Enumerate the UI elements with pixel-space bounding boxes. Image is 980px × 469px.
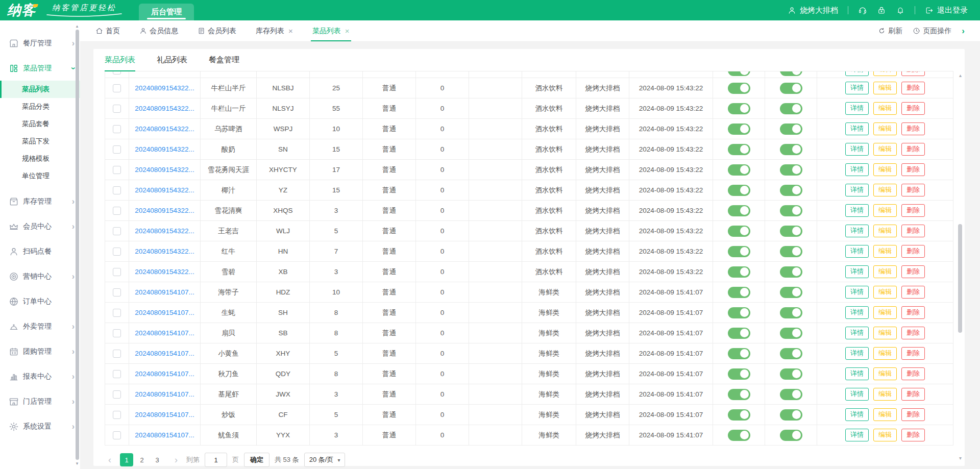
sidebar-item-dish[interactable]: 菜品管理› [0,56,80,81]
edit-button[interactable]: 编辑 [873,347,897,360]
goto-page-input[interactable] [205,453,227,467]
confirm-page-button[interactable]: 确定 [244,453,270,467]
row-id-link[interactable]: 20240809154107... [135,350,194,357]
table-scrollbar[interactable]: ▴ ▾ [957,72,964,461]
edit-button[interactable]: 编辑 [873,184,897,196]
subtab-dish-list[interactable]: 菜品列表 [105,49,135,71]
row-id-link[interactable]: 20240809154322... [135,145,194,153]
edit-button[interactable]: 编辑 [873,71,897,76]
detail-button[interactable]: 详情 [845,245,869,258]
tab-member-info[interactable]: 会员信息 [139,20,178,41]
edit-button[interactable]: 编辑 [873,367,897,380]
edit-button[interactable]: 编辑 [873,306,897,319]
row-checkbox[interactable] [113,350,121,358]
detail-button[interactable]: 详情 [845,347,869,360]
sidebar-item-takeout[interactable]: 外卖管理› [0,314,80,339]
delete-button[interactable]: 删除 [901,367,925,380]
row-toggle-visible[interactable] [780,103,802,114]
row-toggle-enabled[interactable] [728,164,750,176]
detail-button[interactable]: 详情 [845,71,869,76]
delete-button[interactable]: 删除 [901,225,925,237]
row-toggle-visible[interactable] [780,205,802,216]
delete-button[interactable]: 删除 [901,102,925,115]
row-toggle-visible[interactable] [780,83,802,94]
delete-button[interactable]: 删除 [901,163,925,176]
delete-button[interactable]: 删除 [901,204,925,217]
row-toggle-visible[interactable] [780,71,802,76]
table-scrollbar-thumb[interactable] [958,224,962,333]
row-checkbox[interactable] [113,329,121,337]
row-toggle-visible[interactable] [780,307,802,318]
close-icon[interactable]: × [288,27,293,35]
sidebar-scrollbar[interactable]: ▴ ▾ [75,23,80,466]
page-number-2[interactable]: 2 [135,453,149,466]
chevron-right-icon[interactable]: › [962,26,965,36]
detail-button[interactable]: 详情 [845,265,869,278]
detail-button[interactable]: 详情 [845,327,869,339]
row-toggle-visible[interactable] [780,409,802,421]
edit-button[interactable]: 编辑 [873,327,897,339]
row-toggle-enabled[interactable] [728,409,750,421]
row-toggle-visible[interactable] [780,368,802,380]
refresh-button[interactable]: 刷新 [878,27,902,36]
row-checkbox[interactable] [113,84,121,92]
row-toggle-enabled[interactable] [728,307,750,318]
delete-button[interactable]: 删除 [901,286,925,299]
edit-button[interactable]: 编辑 [873,265,897,278]
row-toggle-enabled[interactable] [728,368,750,380]
row-id-link[interactable]: 20240809154107... [135,329,194,337]
delete-button[interactable]: 删除 [901,82,925,94]
sidebar-item-scan-order[interactable]: 扫码点餐 [0,239,80,264]
scroll-down-icon[interactable]: ▾ [957,455,964,461]
page-number-3[interactable]: 3 [151,453,164,466]
sidebar-item-restaurant[interactable]: 餐厅管理› [0,31,80,56]
row-toggle-visible[interactable] [780,226,802,237]
row-toggle-enabled[interactable] [728,205,750,216]
row-id-link[interactable]: 20240809154107... [135,431,194,439]
delete-button[interactable]: 删除 [901,429,925,441]
edit-button[interactable]: 编辑 [873,388,897,401]
row-id-link[interactable]: 20240809154322... [135,248,194,255]
row-toggle-enabled[interactable] [728,328,750,339]
security-lock-icon[interactable] [877,6,886,15]
sidebar-item-groupbuy[interactable]: 团购管理› [0,339,80,364]
row-checkbox[interactable] [113,268,121,276]
row-toggle-visible[interactable] [780,164,802,176]
sidebar-subitem-unit-mgmt[interactable]: 单位管理 [0,167,80,185]
row-toggle-visible[interactable] [780,144,802,155]
detail-button[interactable]: 详情 [845,82,869,94]
row-toggle-enabled[interactable] [728,389,750,400]
notification-bell-icon[interactable] [896,6,905,15]
sidebar-item-settings[interactable]: 系统设置› [0,414,80,439]
row-checkbox[interactable] [113,166,121,174]
row-id-link[interactable]: 20240809154322... [135,227,194,235]
page-ops-button[interactable]: 页面操作 [913,27,951,36]
row-toggle-visible[interactable] [780,246,802,257]
row-id-link[interactable]: 20240809154107... [135,390,194,398]
edit-button[interactable]: 编辑 [873,429,897,441]
row-checkbox[interactable] [113,370,121,378]
sidebar-subitem-dish-category[interactable]: 菜品分类 [0,98,80,115]
row-toggle-enabled[interactable] [728,103,750,114]
edit-button[interactable]: 编辑 [873,286,897,299]
prev-page-button[interactable]: ‹ [105,455,115,465]
row-checkbox[interactable] [113,71,121,75]
close-icon[interactable]: × [345,27,350,35]
page-size-select[interactable]: 20 条/页 ▾ [304,453,346,467]
support-headset-icon[interactable] [858,6,867,15]
row-toggle-visible[interactable] [780,185,802,196]
detail-button[interactable]: 详情 [845,204,869,217]
subtab-gift-list[interactable]: 礼品列表 [157,49,187,71]
row-toggle-enabled[interactable] [728,287,750,298]
delete-button[interactable]: 删除 [901,184,925,196]
row-toggle-enabled[interactable] [728,348,750,359]
edit-button[interactable]: 编辑 [873,163,897,176]
row-id-link[interactable]: 20240809154107... [135,309,194,316]
edit-button[interactable]: 编辑 [873,143,897,156]
row-toggle-enabled[interactable] [728,124,750,135]
delete-button[interactable]: 删除 [901,265,925,278]
row-checkbox[interactable] [113,186,121,194]
edit-button[interactable]: 编辑 [873,225,897,237]
sidebar-subitem-dish-list[interactable]: 菜品列表 [0,81,80,98]
logout-button[interactable]: 退出登录 [925,6,968,15]
